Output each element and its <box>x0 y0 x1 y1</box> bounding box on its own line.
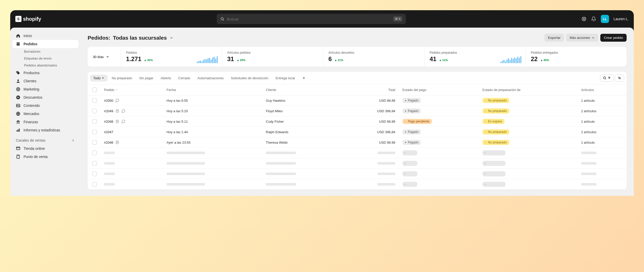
tab-returns[interactable]: Solicitudes de devolución <box>228 75 271 82</box>
user-name[interactable]: Lauren L. <box>614 17 629 21</box>
tab-all[interactable]: Todo <box>90 75 108 82</box>
row-checkbox[interactable] <box>92 119 97 124</box>
nav-customers[interactable]: Clientes <box>12 77 78 85</box>
nav-orders[interactable]: Pedidos <box>12 40 78 48</box>
badge-unfulfilled: No preparado <box>482 140 509 145</box>
table-row[interactable]: #2046 Ayer a las 23:55 Theresa Webb USD … <box>88 137 627 148</box>
nav-analytics[interactable]: Informes y estadísticas <box>12 126 78 134</box>
chart-icon <box>16 128 20 132</box>
add-view-button[interactable] <box>299 75 309 81</box>
nav-content[interactable]: Contenido <box>12 101 78 110</box>
topbar: shopify ⌘ K LL Lauren L. <box>10 10 634 28</box>
nav-sub-abandoned[interactable]: Pedidos abandonados <box>12 62 78 69</box>
svg-line-4 <box>582 17 583 18</box>
order-items: 1 artículo <box>578 116 627 127</box>
tab-unfulfilled[interactable]: No preparado <box>109 75 135 82</box>
stat-items-returned[interactable]: Artículos devueltos 6 ▲ 11% <box>323 47 424 67</box>
more-actions-label: Más acciones <box>570 36 590 40</box>
row-checkbox[interactable] <box>92 172 97 176</box>
order-items: 1 artículo <box>578 95 627 106</box>
order-date: Ayer a las 23:55 <box>163 137 262 148</box>
order-id[interactable]: #2049 <box>104 109 159 113</box>
svg-point-9 <box>17 80 19 81</box>
stat-orders[interactable]: Pedidos 1.271 ▲ 45% <box>121 47 222 67</box>
search-box[interactable]: ⌘ K <box>217 14 406 24</box>
target-icon <box>16 87 20 92</box>
skeleton-badge <box>482 171 505 176</box>
support-icon[interactable] <box>581 16 586 21</box>
col-items[interactable]: Artículos <box>578 84 627 95</box>
skeleton <box>266 173 296 175</box>
person-icon <box>16 79 20 83</box>
bank-icon <box>16 120 20 124</box>
page-title-wrap[interactable]: Pedidos: Todas las sucursales <box>88 35 174 41</box>
order-id[interactable]: #2048 <box>104 119 159 123</box>
nav-label: Tienda online <box>24 146 45 151</box>
skeleton <box>581 183 596 186</box>
nav-sub-shipping-labels[interactable]: Etiquetas de envío <box>12 55 78 62</box>
nav-sub-drafts[interactable]: Borradores <box>12 48 78 55</box>
order-id[interactable]: #2046 <box>104 140 159 144</box>
nav-home[interactable]: Inicio <box>12 32 78 40</box>
select-all-checkbox[interactable] <box>92 87 97 92</box>
table-row[interactable]: #2050 Hoy a las 6:55 Guy Hawkins USD 98,… <box>88 95 627 106</box>
more-actions-button[interactable]: Más acciones <box>566 34 598 42</box>
chevron-down-icon <box>169 36 174 40</box>
stat-label: Pedidos <box>126 51 217 54</box>
search-filter-button[interactable] <box>600 74 614 82</box>
skeleton <box>104 173 115 175</box>
nav-markets[interactable]: Mercados <box>12 110 78 118</box>
stat-label: Artículos devueltos <box>328 51 419 54</box>
row-checkbox[interactable] <box>92 98 97 103</box>
sort-button[interactable] <box>615 74 624 82</box>
nav-channel-online[interactable]: Tienda online <box>12 144 78 153</box>
tab-automations[interactable]: Automatizaciones <box>194 75 227 82</box>
table-row[interactable]: #2049 Hoy a las 5:20 Floyd Miles USD 396… <box>88 106 627 116</box>
nav-finances[interactable]: Finanzas <box>12 118 78 126</box>
create-order-button[interactable]: Crear pedido <box>600 34 627 42</box>
avatar[interactable]: LL <box>601 15 609 23</box>
nav-discounts[interactable]: % Descuentos <box>12 93 78 101</box>
svg-rect-17 <box>18 129 19 132</box>
row-checkbox[interactable] <box>92 130 97 134</box>
nav-section-channels[interactable]: Canales de ventas <box>12 134 78 144</box>
col-fulfillment[interactable]: Estado de preparación de <box>479 84 578 95</box>
order-id[interactable]: #2050 <box>104 98 159 103</box>
tab-label: Todo <box>93 76 100 80</box>
badge-paid: Pagado <box>402 129 421 134</box>
row-checkbox[interactable] <box>92 140 97 145</box>
order-id[interactable]: #2047 <box>104 130 159 134</box>
bell-icon[interactable] <box>591 16 596 21</box>
row-checkbox[interactable] <box>92 182 97 187</box>
tab-unpaid[interactable]: Sin pagar <box>136 75 157 82</box>
col-date[interactable]: Fecha <box>163 84 262 95</box>
tab-closed[interactable]: Cerrado <box>175 75 193 82</box>
storefront-icon <box>16 146 20 151</box>
stat-items-ordered[interactable]: Artículos pedidos 31 ▲ 29% <box>222 47 323 67</box>
col-customer[interactable]: Cliente <box>262 84 344 95</box>
nav-channel-pos[interactable]: Punto de venta <box>12 153 78 161</box>
tab-open[interactable]: Abierto <box>157 75 174 82</box>
header-actions: Exportar Más acciones Crear pedido <box>544 34 627 42</box>
nav-marketing[interactable]: Marketing <box>12 85 78 93</box>
svg-line-7 <box>584 20 585 20</box>
order-total: USD 98,99 <box>344 116 399 127</box>
table-row[interactable]: #2047 Hoy a las 1:44 Ralph Edwards USD 3… <box>88 127 627 137</box>
nav-products[interactable]: Productos <box>12 69 78 77</box>
row-checkbox[interactable] <box>92 161 97 166</box>
table-row[interactable]: #2048 Hoy a las 5:11 Cody Fisher USD 98,… <box>88 116 627 127</box>
svg-rect-21 <box>17 155 20 158</box>
stat-delivered[interactable]: Pedidos entregados 22 ▲ 45% <box>526 47 627 67</box>
col-total[interactable]: Total <box>344 84 399 95</box>
export-button[interactable]: Exportar <box>544 34 564 42</box>
search-input[interactable] <box>227 17 391 21</box>
tab-local-delivery[interactable]: Entrega local <box>272 75 298 82</box>
row-checkbox[interactable] <box>92 109 97 113</box>
col-order[interactable]: Pedido <box>100 84 163 95</box>
brand-logo[interactable]: shopify <box>15 16 41 22</box>
col-payment[interactable]: Estado del pago <box>399 84 479 95</box>
row-checkbox[interactable] <box>92 151 97 155</box>
period-selector[interactable]: 30 días <box>88 47 121 67</box>
stat-label: Artículos pedidos <box>227 51 318 54</box>
stat-fulfilled[interactable]: Pedidos preparados 41 ▲ 11% <box>424 47 526 67</box>
